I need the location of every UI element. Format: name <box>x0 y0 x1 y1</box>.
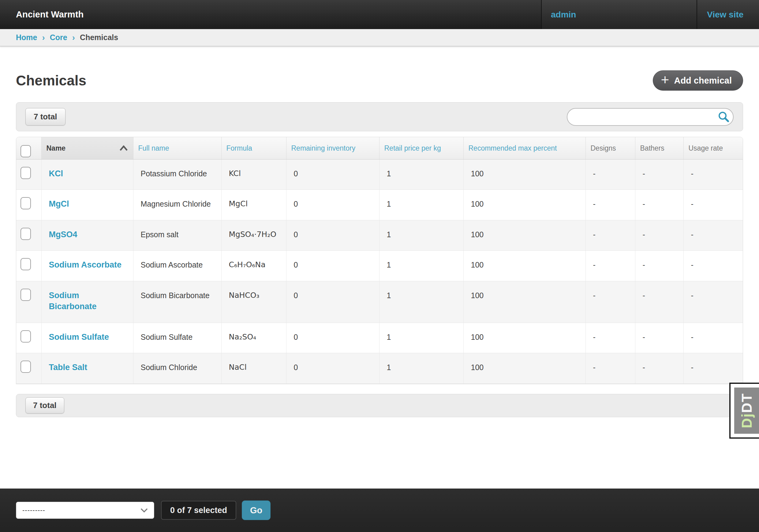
column-header-retail-price[interactable]: Retail price per kg <box>379 137 463 159</box>
top-toolbar: 7 total <box>16 102 743 131</box>
title-row: Chemicals + Add chemical <box>16 70 743 91</box>
row-checkbox[interactable] <box>20 330 31 343</box>
search-input[interactable] <box>567 108 734 126</box>
user-tools: admin View site <box>541 0 759 29</box>
chemical-link[interactable]: Sodium Bicarbonate <box>49 290 126 312</box>
chemical-link[interactable]: MgSO4 <box>49 229 77 240</box>
app-header: Ancient Warmth admin View site <box>0 0 759 29</box>
chemical-link[interactable]: MgCl <box>49 198 69 209</box>
plus-icon: + <box>661 72 669 89</box>
cell-designs: - <box>585 323 635 353</box>
column-header-full-name[interactable]: Full name <box>133 137 221 159</box>
column-header-bathers: Bathers <box>635 137 683 159</box>
breadcrumb-separator-icon: › <box>42 33 45 43</box>
add-chemical-button[interactable]: + Add chemical <box>653 70 743 91</box>
column-header-formula[interactable]: Formula <box>221 137 286 159</box>
search-icon[interactable] <box>718 111 730 124</box>
cell-full-name: Potassium Chloride <box>133 159 221 190</box>
djdt-label: DjDT <box>734 388 759 434</box>
cell-remaining-inventory: 0 <box>286 220 379 250</box>
djdt-label-dj: Dj <box>739 413 755 428</box>
action-select[interactable]: --------- <box>16 502 154 519</box>
cell-retail-price: 1 <box>379 251 463 281</box>
cell-recommended-max: 100 <box>463 190 585 220</box>
cell-recommended-max: 100 <box>463 220 585 250</box>
cell-retail-price: 1 <box>379 159 463 190</box>
content: Chemicals + Add chemical 7 total <box>0 47 759 489</box>
column-header-remaining-inventory[interactable]: Remaining inventory <box>286 137 379 159</box>
breadcrumb-core[interactable]: Core <box>50 33 67 42</box>
total-count-button[interactable]: 7 total <box>25 108 65 126</box>
cell-recommended-max: 100 <box>463 281 585 323</box>
table-row: Table Salt Sodium Chloride NaCl 0 1 100 … <box>16 353 743 384</box>
user-admin-link[interactable]: admin <box>541 0 697 29</box>
cell-usage-rate: - <box>683 220 743 250</box>
cell-full-name: Sodium Bicarbonate <box>133 281 221 323</box>
column-header-usage-rate: Usage rate <box>683 137 743 159</box>
breadcrumb-separator-icon: › <box>72 33 75 43</box>
django-debug-toolbar-handle[interactable]: DjDT <box>729 383 759 439</box>
cell-full-name: Sodium Chloride <box>133 353 221 384</box>
cell-designs: - <box>585 251 635 281</box>
view-site-link[interactable]: View site <box>697 0 759 29</box>
column-header-designs: Designs <box>585 137 635 159</box>
row-checkbox[interactable] <box>20 197 31 209</box>
go-button[interactable]: Go <box>242 501 270 520</box>
cell-full-name: Epsom salt <box>133 220 221 250</box>
row-checkbox[interactable] <box>20 361 31 373</box>
cell-formula: NaCl <box>221 353 286 384</box>
djdt-label-dt: DT <box>739 393 755 413</box>
select-all-checkbox[interactable] <box>20 145 31 157</box>
cell-bathers: - <box>635 281 683 323</box>
row-checkbox[interactable] <box>20 258 31 270</box>
cell-recommended-max: 100 <box>463 251 585 281</box>
cell-full-name: Sodium Sulfate <box>133 323 221 353</box>
cell-remaining-inventory: 0 <box>286 353 379 384</box>
cell-designs: - <box>585 353 635 384</box>
page-title: Chemicals <box>16 72 86 89</box>
chemical-link[interactable]: Sodium Ascorbate <box>49 259 122 270</box>
table-row: KCl Potassium Chloride KCl 0 1 100 - - - <box>16 159 743 190</box>
cell-remaining-inventory: 0 <box>286 159 379 190</box>
cell-bathers: - <box>635 159 683 190</box>
sort-ascending-icon <box>119 145 128 151</box>
cell-designs: - <box>585 281 635 323</box>
brand-title: Ancient Warmth <box>0 0 541 29</box>
table-row: MgSO4 Epsom salt MgSO₄·7H₂O 0 1 100 - - … <box>16 220 743 250</box>
table-row: Sodium Ascorbate Sodium Ascorbate C₆H₇O₆… <box>16 251 743 281</box>
row-checkbox[interactable] <box>20 167 31 179</box>
cell-retail-price: 1 <box>379 353 463 384</box>
cell-formula: KCl <box>221 159 286 190</box>
cell-bathers: - <box>635 251 683 281</box>
row-checkbox[interactable] <box>20 289 31 301</box>
cell-retail-price: 1 <box>379 220 463 250</box>
cell-formula: MgCl <box>221 190 286 220</box>
cell-full-name: Magnesium Chloride <box>133 190 221 220</box>
cell-remaining-inventory: 0 <box>286 323 379 353</box>
cell-formula: Na₂SO₄ <box>221 323 286 353</box>
breadcrumb-home[interactable]: Home <box>16 33 37 42</box>
cell-full-name: Sodium Ascorbate <box>133 251 221 281</box>
breadcrumb: Home › Core › Chemicals <box>0 29 759 47</box>
actions-footer: --------- 0 of 7 selected Go <box>0 489 759 532</box>
cell-usage-rate: - <box>683 190 743 220</box>
total-count-button-bottom[interactable]: 7 total <box>25 397 64 414</box>
column-header-name[interactable]: Name <box>41 137 133 159</box>
row-checkbox[interactable] <box>20 228 31 240</box>
cell-retail-price: 1 <box>379 323 463 353</box>
cell-formula: MgSO₄·7H₂O <box>221 220 286 250</box>
cell-retail-price: 1 <box>379 281 463 323</box>
cell-usage-rate: - <box>683 251 743 281</box>
cell-usage-rate: - <box>683 281 743 323</box>
chemical-link[interactable]: Table Salt <box>49 362 88 373</box>
column-header-recommended-max[interactable]: Recommended max percent <box>463 137 585 159</box>
cell-remaining-inventory: 0 <box>286 281 379 323</box>
chemical-link[interactable]: KCl <box>49 168 63 179</box>
cell-usage-rate: - <box>683 323 743 353</box>
cell-usage-rate: - <box>683 159 743 190</box>
cell-remaining-inventory: 0 <box>286 251 379 281</box>
cell-retail-price: 1 <box>379 190 463 220</box>
chemical-link[interactable]: Sodium Sulfate <box>49 332 109 343</box>
cell-recommended-max: 100 <box>463 353 585 384</box>
cell-usage-rate: - <box>683 353 743 384</box>
